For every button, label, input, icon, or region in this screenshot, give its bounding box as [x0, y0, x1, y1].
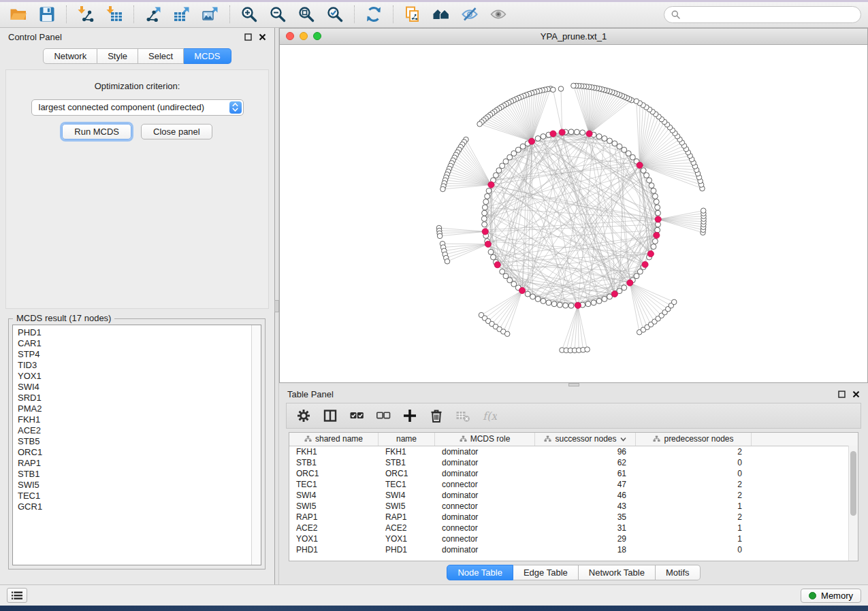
zoom-fit-button[interactable] — [295, 4, 318, 24]
delete-row-button[interactable] — [429, 408, 444, 423]
tab-network[interactable]: Network — [43, 48, 97, 64]
export-image-icon — [202, 5, 219, 23]
table-row[interactable]: FKH1 FKH1 dominator 96 2 — [289, 446, 858, 457]
task-history-button[interactable] — [7, 588, 27, 603]
tab-mcds[interactable]: MCDS — [184, 48, 231, 64]
table-settings-button[interactable] — [296, 408, 311, 423]
apply-layout-button[interactable] — [362, 4, 385, 24]
first-neighbors-button[interactable] — [430, 4, 453, 24]
export-network-button[interactable] — [142, 4, 165, 24]
criterion-dropdown[interactable]: largest connected component (undirected) — [31, 99, 244, 116]
column-header-name[interactable]: name — [379, 433, 435, 446]
mcds-result-item[interactable]: RAP1 — [18, 458, 251, 469]
close-window-icon[interactable] — [286, 32, 294, 40]
mcds-result-item[interactable]: SRD1 — [18, 393, 251, 403]
table-scrollbar[interactable] — [848, 446, 858, 561]
zoom-selected-icon — [326, 5, 344, 23]
mcds-result-item[interactable]: YOX1 — [18, 371, 251, 382]
mcds-result-item[interactable]: SWI4 — [18, 382, 251, 393]
memory-button[interactable]: Memory — [801, 589, 861, 603]
zoom-selected-button[interactable] — [323, 4, 347, 24]
network-from-selection-button[interactable] — [401, 4, 424, 24]
mcds-result-item[interactable]: SWI5 — [18, 480, 251, 491]
float-panel-icon[interactable] — [244, 33, 252, 41]
hide-selected-button[interactable] — [458, 4, 481, 24]
table-row[interactable]: TEC1 TEC1 connector 47 2 — [289, 479, 858, 490]
minimize-window-icon[interactable] — [300, 32, 308, 40]
search-input[interactable] — [684, 9, 854, 20]
mcds-result-item[interactable]: STB5 — [18, 436, 251, 447]
import-table-button[interactable] — [103, 4, 126, 24]
run-mcds-button[interactable]: Run MCDS — [62, 124, 131, 139]
table-header-row: shared namenameMCDS rolesuccessor nodesp… — [289, 433, 858, 446]
column-header-shared-name[interactable]: shared name — [289, 433, 379, 446]
mcds-result-item[interactable]: PMA2 — [18, 403, 251, 414]
table-row[interactable]: SWI5 SWI5 connector 43 1 — [289, 501, 858, 512]
sort-chevron-icon[interactable] — [620, 437, 626, 442]
save-session-button[interactable] — [35, 4, 59, 24]
horizontal-splitter[interactable] — [279, 383, 868, 386]
column-header-MCDS-role[interactable]: MCDS role — [435, 433, 535, 446]
open-file-button[interactable] — [7, 4, 30, 24]
column-header-successor-nodes[interactable]: successor nodes — [535, 433, 636, 446]
maximize-window-icon[interactable] — [313, 32, 321, 40]
mcds-result-item[interactable]: GCR1 — [18, 501, 251, 512]
table-row[interactable]: ORC1 ORC1 dominator 61 0 — [289, 468, 858, 479]
optimization-criterion-label: Optimization criterion: — [6, 81, 268, 91]
toolbar-separator — [66, 5, 67, 23]
import-network-button[interactable] — [74, 4, 97, 24]
network-canvas[interactable] — [280, 45, 867, 382]
table-row[interactable]: YOX1 YOX1 connector 29 1 — [289, 533, 858, 544]
unselect-all-button[interactable] — [376, 408, 391, 423]
column-header-predecessor-nodes[interactable]: predecessor nodes — [636, 433, 752, 446]
mcds-result-item[interactable]: ORC1 — [18, 447, 251, 458]
mcds-result-item[interactable]: CAR1 — [18, 338, 251, 349]
zoom-in-icon — [240, 5, 258, 23]
table-scrollbar-thumb[interactable] — [850, 451, 856, 516]
mcds-result-item[interactable]: FKH1 — [18, 414, 251, 425]
mcds-result-list[interactable]: PHD1CAR1STP4TID3YOX1SWI4SRD1PMA2FKH1ACE2… — [12, 325, 261, 565]
network-window-title: YPA_prune.txt_1 — [280, 31, 867, 42]
delete-table-button[interactable] — [455, 408, 470, 423]
mcds-result-item[interactable]: TID3 — [18, 360, 251, 371]
tab-network-table[interactable]: Network Table — [579, 565, 656, 580]
network-window-titlebar[interactable]: YPA_prune.txt_1 — [280, 29, 867, 45]
mcds-result-item[interactable]: STP4 — [18, 349, 251, 360]
tab-motifs[interactable]: Motifs — [656, 565, 701, 580]
table-tabs: Node Table Edge Table Network Table Moti… — [279, 561, 868, 584]
vertical-splitter[interactable] — [274, 28, 279, 584]
zoom-out-button[interactable] — [266, 4, 289, 24]
float-table-panel-icon[interactable] — [838, 391, 846, 398]
show-all-button[interactable] — [487, 4, 510, 24]
add-row-button[interactable] — [402, 408, 417, 423]
search-box[interactable] — [664, 6, 861, 23]
tab-select[interactable]: Select — [138, 48, 184, 64]
zoom-in-button[interactable] — [238, 4, 261, 24]
table-row[interactable]: RAP1 RAP1 dominator 35 2 — [289, 512, 858, 523]
horizontal-splitter-handle[interactable] — [568, 383, 579, 386]
table-settings-icon — [296, 408, 311, 423]
table-row[interactable]: PHD1 PHD1 dominator 18 0 — [289, 544, 858, 555]
tab-style[interactable]: Style — [97, 48, 138, 64]
table-row[interactable]: STB1 STB1 dominator 62 0 — [289, 457, 858, 468]
export-image-button[interactable] — [199, 4, 222, 24]
vertical-splitter-handle[interactable] — [274, 300, 279, 312]
select-all-button[interactable] — [349, 408, 364, 423]
close-panel-icon[interactable] — [259, 33, 266, 41]
column-view-button[interactable] — [323, 408, 338, 423]
control-panel: Control Panel Network Style Select MCDS … — [0, 28, 274, 584]
node-table: shared namenameMCDS rolesuccessor nodesp… — [289, 432, 858, 561]
table-row[interactable]: SWI4 SWI4 dominator 46 2 — [289, 490, 858, 501]
function-builder-button[interactable]: f(x) — [482, 408, 497, 423]
tab-edge-table[interactable]: Edge Table — [513, 565, 579, 580]
close-panel-button[interactable]: Close panel — [141, 124, 212, 139]
mcds-result-item[interactable]: PHD1 — [18, 327, 251, 338]
tab-node-table[interactable]: Node Table — [447, 565, 513, 580]
export-table-button[interactable] — [170, 4, 193, 24]
close-table-panel-icon[interactable] — [852, 391, 860, 398]
mcds-result-item[interactable]: TEC1 — [18, 491, 251, 501]
mcds-result-item[interactable]: ACE2 — [18, 425, 251, 436]
table-row[interactable]: ACE2 ACE2 connector 31 1 — [289, 523, 858, 533]
mcds-result-item[interactable]: STB1 — [18, 469, 251, 480]
mcds-list-scrollbar[interactable] — [251, 325, 261, 565]
